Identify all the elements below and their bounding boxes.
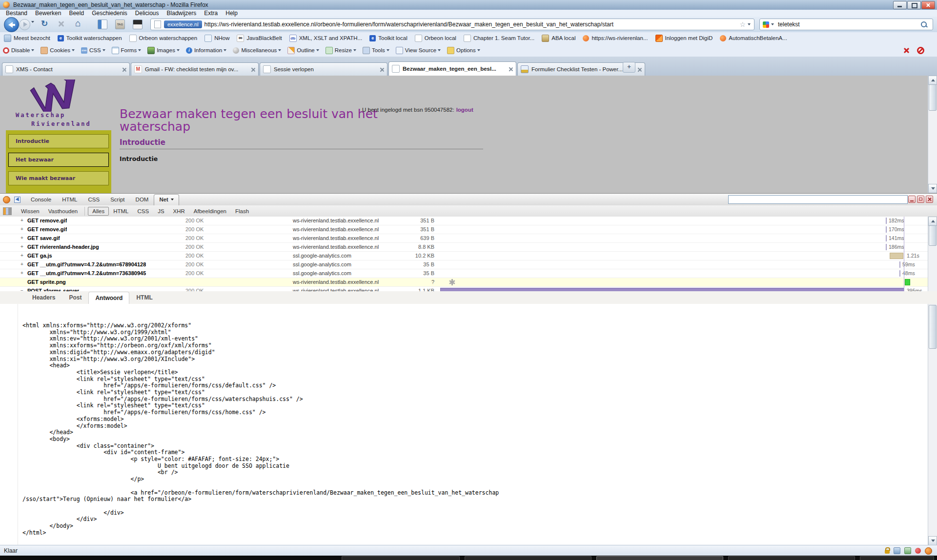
net-filter-button[interactable]: XHR (169, 207, 189, 216)
webdev-menu-item[interactable]: Disable (3, 47, 34, 54)
bookmark-item[interactable]: Inloggen met DigiD (655, 35, 713, 42)
network-request-row[interactable]: GET sprite.png ws-rivierenland.testlab.e… (0, 278, 937, 287)
refresh-icon[interactable]: ↻ (41, 19, 48, 29)
browser-tab[interactable]: Sessie verlopen (260, 62, 387, 76)
network-request-row[interactable]: + GET ga.js 200 OK ssl.google-analytics.… (0, 252, 937, 260)
webdev-disable-icon[interactable] (917, 47, 924, 54)
browser-tab[interactable]: XMS - Contact (2, 62, 130, 76)
taskbar-button[interactable] (728, 556, 855, 560)
bookmark-item[interactable]: e Toolkit waterschappen (58, 35, 122, 41)
url-bar[interactable]: exxellence.nl https://ws-rivierenland.te… (150, 19, 754, 30)
webdev-menu-item[interactable]: Cookies (41, 47, 75, 54)
response-detail-tab[interactable]: Headers (25, 291, 62, 304)
net-filter-button[interactable]: Wissen (17, 207, 44, 216)
page-scrollbar[interactable] (928, 76, 937, 193)
back-button[interactable] (4, 17, 19, 32)
menu-item[interactable]: Bewerken (31, 10, 65, 17)
webdev-menu-item[interactable]: Outline (287, 47, 319, 54)
firebug-status-icon[interactable] (925, 547, 932, 555)
scroll-up-button[interactable] (928, 217, 937, 226)
firebug-detach-button[interactable] (917, 196, 924, 203)
sidebar-menu-item[interactable]: Wie maakt bezwaar (8, 171, 109, 185)
url-dropdown-icon[interactable] (748, 23, 751, 25)
network-request-row[interactable]: + GET remove.gif 200 OK ws-rivierenland.… (0, 225, 937, 234)
logout-link[interactable]: logout (456, 107, 473, 113)
menu-item[interactable]: Bladwijzers (163, 10, 201, 17)
bookmark-item[interactable]: Orbeon waterschappen (129, 35, 198, 42)
network-request-row[interactable]: + GET __utm.gif?utmwv=4.7.2&utmn=7363809… (0, 269, 937, 278)
webdev-menu-item[interactable]: Images (147, 47, 180, 54)
expand-toggle-icon[interactable]: + (20, 270, 23, 276)
google-search-engine-icon[interactable] (763, 21, 769, 28)
firebug-panel-tab[interactable]: DOM (130, 194, 154, 205)
menu-item[interactable]: Help (222, 10, 242, 17)
net-filter-button[interactable]: HTML (109, 207, 133, 216)
search-engine-dropdown-icon[interactable] (771, 23, 774, 25)
response-detail-tab[interactable]: Post (62, 291, 88, 304)
home-icon[interactable]: ⌂ (75, 18, 81, 29)
net-filter-button[interactable]: Flash (231, 207, 253, 216)
scroll-thumb[interactable] (929, 225, 937, 246)
maximize-button[interactable] (907, 1, 921, 9)
firebug-panel-tab[interactable]: Net (154, 194, 179, 205)
response-detail-tab[interactable]: Antwoord (88, 292, 129, 304)
stop-icon[interactable] (58, 20, 64, 27)
bookmark-item[interactable]: https://ws-rivierenlan... (583, 35, 648, 41)
firebug-close-button[interactable] (926, 196, 933, 203)
menu-item[interactable]: Geschiedenis (88, 10, 131, 17)
webdev-menu-item[interactable]: i Information (186, 47, 227, 54)
scroll-down-button[interactable] (928, 184, 937, 193)
extension-icon-2[interactable] (133, 20, 143, 29)
scroll-down-button[interactable] (928, 536, 937, 545)
search-input[interactable]: teletekst (778, 21, 921, 28)
firebug-minimize-button[interactable] (908, 196, 916, 203)
scroll-up-button[interactable] (928, 76, 937, 85)
net-filter-button[interactable]: JS (153, 207, 168, 216)
expand-toggle-icon[interactable]: + (20, 244, 23, 249)
network-request-row[interactable]: − POST xforms-server 200 OK ws-rivierenl… (0, 287, 937, 291)
webdev-menu-item[interactable]: css CSS (81, 47, 105, 54)
scroll-thumb[interactable] (929, 84, 937, 111)
firebug-panel-tab[interactable]: HTML (57, 194, 82, 205)
network-request-row[interactable]: + GET save.gif 200 OK ws-rivierenland.te… (0, 234, 937, 243)
webdev-menu-item[interactable]: Miscellaneous (233, 47, 281, 54)
menu-item[interactable]: Bestand (2, 10, 31, 17)
expand-toggle-icon[interactable]: − (20, 288, 23, 291)
webdev-menu-item[interactable]: View Source (396, 47, 441, 54)
expand-toggle-icon[interactable]: + (20, 218, 23, 223)
firebug-search-input[interactable] (728, 195, 908, 204)
network-request-row[interactable]: + GET rivierenland-header.jpg 200 OK ws-… (0, 243, 937, 252)
network-request-row[interactable]: + GET remove.gif 200 OK ws-rivierenland.… (0, 217, 937, 225)
webdev-menu-item[interactable]: Tools (363, 47, 389, 54)
tab-close-icon[interactable] (251, 67, 255, 72)
net-filter-button[interactable]: CSS (133, 207, 154, 216)
net-filter-button[interactable]: Afbeeldingen (189, 207, 231, 216)
taskbar-button[interactable] (860, 556, 934, 560)
browser-tab[interactable]: M Gmail - FW: checklist testen mijn ov..… (131, 62, 259, 76)
tab-close-icon[interactable] (637, 67, 642, 72)
extension-status-icon-1[interactable] (894, 547, 900, 554)
firebug-panel-tab[interactable]: Script (105, 194, 130, 205)
firebug-panel-tab[interactable]: CSS (83, 194, 105, 205)
close-button[interactable] (921, 1, 935, 9)
error-indicator-icon[interactable] (915, 548, 921, 554)
search-magnifier-icon[interactable] (921, 21, 927, 27)
url-text[interactable]: https://ws-rivierenland.testlab.exxellen… (204, 21, 736, 28)
net-table-scrollbar[interactable] (928, 217, 937, 291)
bookmark-item[interactable]: NHow (204, 35, 229, 42)
webdev-error-icon[interactable] (903, 47, 909, 53)
bookmark-item[interactable]: ABA local (542, 35, 575, 42)
firebug-icon[interactable] (3, 196, 10, 203)
inspect-element-icon[interactable] (14, 197, 20, 203)
minimize-button[interactable] (893, 1, 907, 9)
history-dropdown-icon[interactable] (31, 23, 34, 32)
firebug-panel-tab[interactable]: Console (25, 194, 57, 205)
tab-close-icon[interactable] (122, 67, 126, 72)
webdev-menu-item[interactable]: Resize (326, 47, 356, 54)
taskbar-button[interactable] (342, 556, 460, 560)
scroll-thumb[interactable] (929, 305, 937, 349)
extension-icon-1[interactable] (98, 20, 107, 29)
search-box[interactable]: teletekst (759, 19, 933, 30)
bookmark-item[interactable]: Chapter 1. Seam Tutor... (464, 35, 534, 42)
bookmark-item[interactable]: e Toolkit local (369, 35, 407, 41)
